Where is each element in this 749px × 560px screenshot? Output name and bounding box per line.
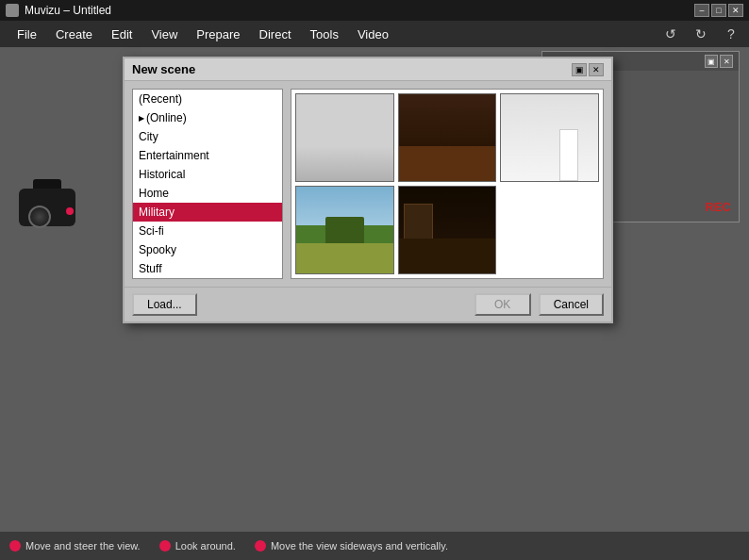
status-look-around: Look around. [159,540,236,552]
menu-file[interactable]: File [8,25,46,43]
dialog-title: New scene [132,62,570,76]
thumb2-wall [399,94,496,146]
menubar: File Create Edit View Prepare Direct Too… [0,21,749,47]
dialog-close-button[interactable]: ✕ [589,63,604,76]
undo-button[interactable]: ↺ [660,24,681,44]
category-home[interactable]: Home [133,184,282,203]
thumb3-wall [501,94,598,181]
category-spooky-label: Spooky [139,243,176,256]
thumb3-door [559,129,579,181]
camera-body [19,189,75,226]
category-historical-label: Historical [139,168,185,181]
status-move-steer: Move and steer the view. [9,540,141,552]
thumbnails-grid [291,89,604,279]
minimize-button[interactable]: – [694,4,709,17]
new-scene-dialog: New scene ▣ ✕ (Recent) ▶ (Online) City E… [123,57,613,323]
cancel-button[interactable]: Cancel [539,293,604,316]
close-button[interactable]: ✕ [728,4,743,17]
cameras-close-button[interactable]: ✕ [720,55,733,68]
dialog-titlebar: New scene ▣ ✕ [125,58,611,81]
help-button[interactable]: ? [721,24,741,44]
toolbar: ↺ ↻ ? [660,24,741,44]
titlebar: Muvizu – Untitled – □ ✕ [0,0,749,21]
menu-edit[interactable]: Edit [102,25,141,43]
category-city[interactable]: City [133,127,282,146]
cameras-restore-button[interactable]: ▣ [705,55,718,68]
menu-view[interactable]: View [141,25,187,43]
menu-direct[interactable]: Direct [250,25,301,43]
camera-icon [19,179,94,236]
category-military-label: Military [139,206,175,219]
dialog-restore-button[interactable]: ▣ [572,63,587,76]
category-recent[interactable]: (Recent) [133,90,282,108]
dialog-footer: Load... OK Cancel [125,287,611,321]
menu-video[interactable]: Video [348,25,398,43]
category-stuff-label: Stuff [139,262,161,275]
menu-tools[interactable]: Tools [301,25,348,43]
status-move-sideways: Move the view sideways and vertically. [255,540,448,552]
redo-button[interactable]: ↻ [691,24,711,44]
status-text-1: Move and steer the view. [25,540,141,552]
menu-prepare[interactable]: Prepare [187,25,249,43]
status-icon-3 [255,540,266,552]
category-historical[interactable]: Historical [133,165,282,184]
category-military[interactable]: Military [133,203,282,222]
category-scifi[interactable]: Sci-fi [133,222,282,240]
thumbnail-2[interactable] [398,93,497,182]
rec-label: REC [706,200,731,214]
status-icon-1 [9,540,21,552]
category-home-label: Home [139,187,169,200]
category-spooky[interactable]: Spooky [133,240,282,259]
thumb4-building [325,217,364,243]
load-button[interactable]: Load... [132,293,197,316]
maximize-button[interactable]: □ [711,4,726,17]
thumbnail-1[interactable] [295,93,394,182]
thumb4-ground [296,243,393,273]
category-city-label: City [139,130,158,143]
category-scifi-label: Sci-fi [139,224,164,238]
status-text-2: Look around. [175,540,236,552]
status-icon-2 [159,540,171,552]
category-entertainment-label: Entertainment [139,149,209,162]
dialog-footer-right: OK Cancel [474,293,604,316]
statusbar: Move and steer the view. Look around. Mo… [0,532,749,560]
category-list: (Recent) ▶ (Online) City Entertainment H… [132,89,283,279]
titlebar-controls: – □ ✕ [694,4,743,17]
status-text-3: Move the view sideways and vertically. [271,540,448,552]
thumb2-floor [399,146,496,181]
category-online-arrow: ▶ [139,114,144,123]
app-icon [6,4,19,17]
thumbnail-4[interactable] [295,186,394,274]
dialog-body: (Recent) ▶ (Online) City Entertainment H… [125,81,611,287]
thumbnail-3[interactable] [500,93,599,182]
menu-create[interactable]: Create [46,25,102,43]
category-online-label: (Online) [146,111,187,124]
category-stuff[interactable]: Stuff [133,259,282,278]
app-title: Muvizu – Untitled [25,4,111,17]
category-recent-label: (Recent) [139,92,182,106]
thumbnail-5[interactable] [398,186,497,274]
thumb5-floor [399,239,496,273]
ok-button[interactable]: OK [474,293,531,316]
camera-lens [28,206,51,228]
category-entertainment[interactable]: Entertainment [133,146,282,165]
category-online[interactable]: ▶ (Online) [133,108,282,127]
main-area: Cameras ▣ ✕ Camera 1 REC New scene ▣ ✕ (… [0,47,749,537]
camera-record-dot [66,207,74,215]
